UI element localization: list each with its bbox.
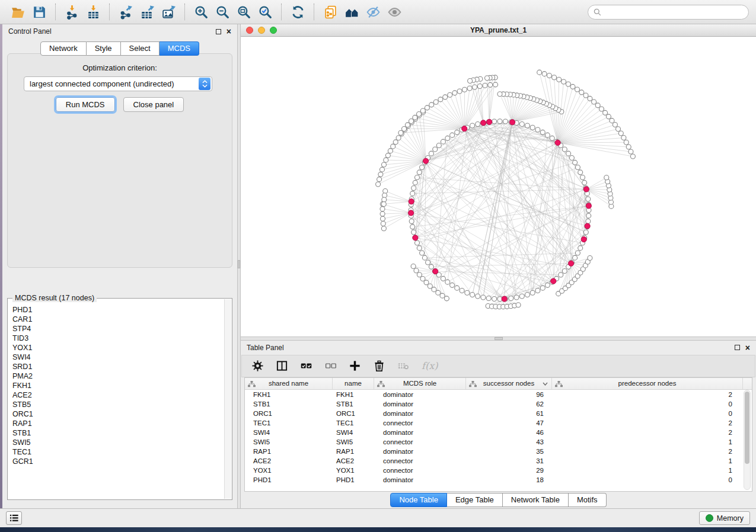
mcds-result-item[interactable]: ORC1 bbox=[12, 409, 224, 419]
tab-mcds[interactable]: MCDS bbox=[160, 41, 199, 56]
run-mcds-button[interactable]: Run MCDS bbox=[56, 97, 115, 112]
zoom-out-button[interactable] bbox=[212, 2, 233, 21]
network-canvas[interactable] bbox=[241, 37, 756, 336]
delete-table-button[interactable] bbox=[397, 360, 410, 372]
table-scrollbar[interactable] bbox=[744, 390, 751, 491]
mcds-result-item[interactable]: TID3 bbox=[12, 334, 224, 343]
close-panel-button[interactable]: Close panel bbox=[123, 97, 184, 112]
tab-node-table[interactable]: Node Table bbox=[390, 493, 447, 507]
network-view[interactable] bbox=[241, 37, 756, 336]
close-panel-icon[interactable]: × bbox=[227, 28, 231, 34]
save-session-button[interactable] bbox=[28, 2, 50, 21]
mcds-result-item[interactable]: STB5 bbox=[12, 400, 224, 409]
table-row[interactable]: YOX1YOX1connector291 bbox=[245, 466, 752, 475]
mcds-result-item[interactable]: ACE2 bbox=[12, 390, 224, 400]
search-input[interactable] bbox=[605, 7, 743, 17]
mcds-result-item[interactable]: TEC1 bbox=[12, 447, 224, 457]
mcds-result-item[interactable]: PHD1 bbox=[12, 305, 224, 315]
mcds-list-scrollbar[interactable] bbox=[224, 299, 231, 499]
tab-select[interactable]: Select bbox=[121, 41, 160, 56]
mcds-result-list: PHD1CAR1STP4TID3YOX1SWI4SRD1PMA2FKH1ACE2… bbox=[8, 299, 224, 499]
table-row[interactable]: SWI5SWI5connector431 bbox=[245, 437, 752, 447]
delete-table-icon bbox=[397, 360, 410, 372]
mcds-result-item[interactable]: GCR1 bbox=[12, 457, 224, 466]
hide-selected-button[interactable] bbox=[362, 2, 384, 21]
mcds-result-item[interactable]: SWI4 bbox=[12, 352, 224, 362]
export-table-button[interactable] bbox=[136, 2, 158, 21]
export-network-button[interactable] bbox=[115, 2, 136, 21]
mcds-result-item[interactable]: STB1 bbox=[12, 428, 224, 438]
splitter-grip[interactable] bbox=[495, 337, 503, 340]
close-panel-icon[interactable]: × bbox=[745, 345, 750, 351]
zoom-out-icon bbox=[215, 5, 230, 20]
table-row[interactable]: TEC1TEC1connector472 bbox=[245, 418, 752, 428]
table-row[interactable]: ACE2ACE2connector311 bbox=[245, 456, 752, 466]
window-close-icon[interactable] bbox=[246, 27, 253, 34]
memory-button[interactable]: Memory bbox=[699, 511, 750, 525]
delete-column-button[interactable] bbox=[373, 360, 385, 372]
zoom-in-button[interactable] bbox=[190, 2, 212, 21]
tab-network[interactable]: Network bbox=[40, 41, 87, 56]
search-field[interactable] bbox=[588, 5, 749, 20]
show-columns-button[interactable] bbox=[276, 360, 288, 372]
deselect-all-button[interactable] bbox=[324, 360, 337, 372]
tab-network-table[interactable]: Network Table bbox=[503, 493, 569, 507]
apply-layout-button[interactable] bbox=[287, 2, 308, 21]
tab-style[interactable]: Style bbox=[87, 41, 121, 56]
column-header-predecessor-nodes[interactable]: predecessor nodes bbox=[552, 378, 743, 389]
float-panel-icon[interactable] bbox=[216, 29, 221, 34]
open-file-button[interactable] bbox=[7, 2, 28, 21]
mcds-result-item[interactable]: PMA2 bbox=[12, 371, 224, 381]
select-all-button[interactable] bbox=[300, 360, 312, 372]
export-image-button[interactable] bbox=[158, 2, 179, 21]
window-minimize-icon[interactable] bbox=[258, 27, 265, 34]
cell: 29 bbox=[466, 466, 552, 475]
function-builder-button[interactable]: f(x) bbox=[422, 360, 438, 371]
mcds-result-item[interactable]: SWI5 bbox=[12, 438, 224, 447]
mcds-result-item[interactable]: SRD1 bbox=[12, 362, 224, 371]
control-panel-header: Control Panel × bbox=[2, 24, 237, 39]
settings-button[interactable] bbox=[251, 360, 264, 372]
vertical-splitter[interactable] bbox=[237, 24, 241, 508]
mcds-result-item[interactable]: YOX1 bbox=[12, 343, 224, 352]
add-column-button[interactable] bbox=[349, 360, 361, 372]
tab-edge-table[interactable]: Edge Table bbox=[447, 493, 503, 507]
import-table-button[interactable] bbox=[82, 2, 104, 21]
show-all-button[interactable] bbox=[384, 2, 405, 21]
column-header-name[interactable]: name bbox=[333, 378, 374, 389]
window-zoom-icon[interactable] bbox=[270, 27, 277, 34]
clone-network-button[interactable] bbox=[320, 2, 341, 21]
first-neighbors-button[interactable] bbox=[341, 2, 362, 21]
column-header-successor-nodes[interactable]: successor nodes bbox=[466, 378, 552, 389]
table-row[interactable]: ORC1ORC1dominator610 bbox=[245, 409, 752, 418]
mcds-result-item[interactable]: STP4 bbox=[12, 324, 224, 334]
optimization-criterion-select[interactable]: largest connected component (undirected) bbox=[24, 76, 212, 91]
select-stepper-icon bbox=[199, 78, 210, 90]
mcds-result-item[interactable]: CAR1 bbox=[12, 315, 224, 324]
horizontal-splitter[interactable] bbox=[241, 336, 756, 341]
table-row[interactable]: STB1STB1dominator620 bbox=[245, 399, 752, 409]
table-row[interactable]: RAP1RAP1dominator352 bbox=[245, 447, 752, 456]
table-row[interactable]: PHD1PHD1dominator180 bbox=[245, 475, 752, 485]
export-network-icon bbox=[119, 5, 133, 20]
float-panel-icon[interactable] bbox=[735, 345, 740, 350]
zoom-selected-button[interactable] bbox=[254, 2, 276, 21]
mcds-result-item[interactable]: FKH1 bbox=[12, 381, 224, 390]
mcds-result-item[interactable]: RAP1 bbox=[12, 419, 224, 428]
zoom-fit-button[interactable] bbox=[233, 2, 254, 21]
column-header-MCDS-role[interactable]: MCDS role bbox=[374, 378, 466, 389]
clone-network-icon bbox=[323, 5, 338, 20]
table-scrollbar-thumb[interactable] bbox=[745, 392, 749, 464]
table-row[interactable]: FKH1FKH1dominator962 bbox=[245, 390, 752, 399]
tab-motifs[interactable]: Motifs bbox=[569, 493, 607, 507]
cell: YOX1 bbox=[245, 466, 333, 475]
splitter-grip[interactable] bbox=[238, 260, 240, 268]
toolbar-separator bbox=[281, 4, 282, 20]
import-network-button[interactable] bbox=[61, 2, 82, 21]
task-history-button[interactable] bbox=[6, 511, 22, 525]
control-panel: Control Panel × NetworkStyleSelectMCDS O… bbox=[2, 24, 237, 508]
column-header-shared-name[interactable]: shared name bbox=[245, 378, 333, 389]
table-row[interactable]: SWI4SWI4dominator462 bbox=[245, 428, 752, 437]
network-window-titlebar[interactable]: YPA_prune.txt_1 bbox=[241, 24, 756, 37]
select-all-icon bbox=[300, 360, 312, 372]
